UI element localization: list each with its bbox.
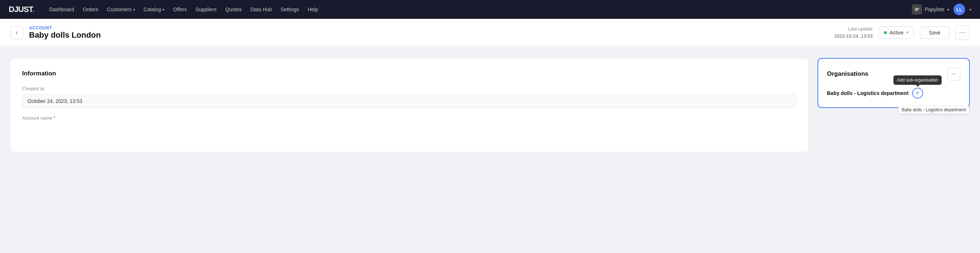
page-title: Baby dolls London xyxy=(29,30,101,40)
nav-item-data-hub[interactable]: Data Hub xyxy=(247,4,275,14)
nav-item-dashboard[interactable]: Dashboard xyxy=(46,4,78,14)
logo-dot: . xyxy=(32,5,34,14)
organisations-title: Organisations xyxy=(827,70,868,78)
nav-item-offers[interactable]: Offers xyxy=(169,4,191,14)
nav-item-customers[interactable]: Customers ▾ xyxy=(103,4,138,14)
avatar[interactable]: LL xyxy=(953,4,965,15)
org-more-button[interactable]: ··· xyxy=(947,67,961,81)
nav-item-settings[interactable]: Settings xyxy=(277,4,303,14)
more-options-button[interactable]: ··· xyxy=(955,25,970,40)
logo: DJUST. xyxy=(9,5,34,14)
status-dropdown[interactable]: Active ▾ xyxy=(878,27,914,39)
svg-rect-2 xyxy=(915,10,918,11)
nav-right: Papylote ▾ LL ▾ xyxy=(912,4,971,15)
last-update-date: 2023-10-24, 13:53 xyxy=(834,33,873,39)
organisations-card: Organisations ··· Baby dolls - Logistics… xyxy=(818,58,970,108)
svg-rect-0 xyxy=(915,8,919,9)
nav-item-suppliers[interactable]: Suppliers xyxy=(192,4,220,14)
svg-rect-1 xyxy=(915,9,919,10)
add-sub-organisation-button[interactable]: + xyxy=(912,88,923,99)
information-panel: Information Created at October 24, 2023,… xyxy=(10,58,809,152)
required-star: * xyxy=(54,115,56,121)
status-dot xyxy=(884,31,887,34)
right-panel: Organisations ··· Baby dolls - Logistics… xyxy=(818,58,970,108)
breadcrumb: ACCOUNT xyxy=(29,25,101,30)
back-button[interactable]: ‹ xyxy=(10,26,23,39)
org-hover-label: Baby dolls - Logistics department xyxy=(898,106,969,114)
account-name-label: Account name * xyxy=(22,115,797,121)
chevron-down-icon: ▾ xyxy=(133,8,135,11)
save-button[interactable]: Save xyxy=(920,27,950,39)
org-row: Baby dolls - Logistics department + Add … xyxy=(827,88,961,99)
add-sub-organisation-container: + Add sub-organisation xyxy=(912,88,923,99)
nav-item-help[interactable]: Help xyxy=(304,4,322,14)
header-bar: ‹ ACCOUNT Baby dolls London Last update … xyxy=(0,19,980,46)
information-title: Information xyxy=(22,70,797,77)
org-header: Organisations ··· xyxy=(827,67,961,81)
created-at-value: October 24, 2023, 13:53 xyxy=(22,94,797,108)
main-content: Information Created at October 24, 2023,… xyxy=(0,46,980,164)
created-at-label: Created at xyxy=(22,86,797,91)
status-chevron-icon: ▾ xyxy=(906,30,908,35)
avatar-chevron-icon: ▾ xyxy=(969,8,971,11)
status-label: Active xyxy=(890,30,904,35)
navbar: DJUST. Dashboard Orders Customers ▾ Cata… xyxy=(0,0,980,19)
store-icon xyxy=(912,4,922,14)
store-selector[interactable]: Papylote ▾ xyxy=(912,4,949,14)
store-name: Papylote xyxy=(925,6,945,12)
org-name: Baby dolls - Logistics department xyxy=(827,90,908,96)
store-chevron-icon: ▾ xyxy=(947,8,949,11)
header-title-block: ACCOUNT Baby dolls London xyxy=(29,25,101,40)
nav-item-catalog[interactable]: Catalog ▾ xyxy=(140,4,168,14)
nav-items: Dashboard Orders Customers ▾ Catalog ▾ O… xyxy=(46,4,912,14)
chevron-down-icon: ▾ xyxy=(162,8,164,11)
nav-item-orders[interactable]: Orders xyxy=(79,4,102,14)
last-update: Last update 2023-10-24, 13:53 xyxy=(834,25,873,40)
nav-item-quotes[interactable]: Quotes xyxy=(222,4,245,14)
